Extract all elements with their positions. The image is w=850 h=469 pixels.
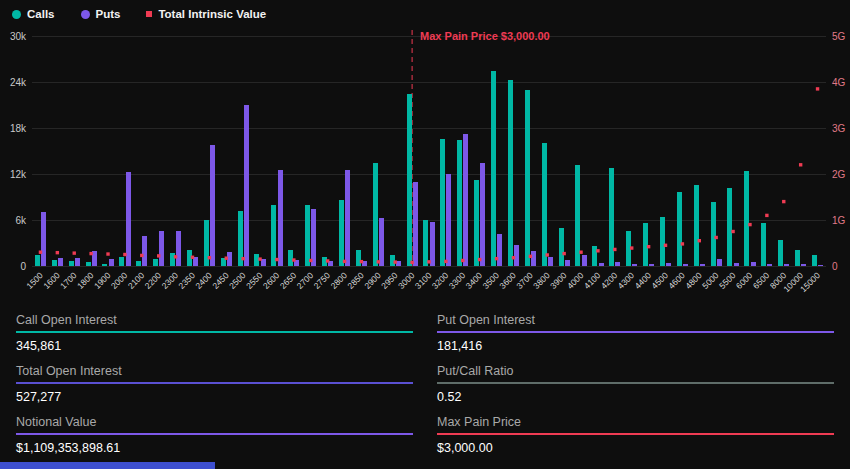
svg-text:3700: 3700 xyxy=(514,270,535,291)
svg-text:0: 0 xyxy=(20,261,26,272)
svg-text:5000: 5000 xyxy=(700,270,721,291)
svg-text:2800: 2800 xyxy=(328,270,349,291)
svg-text:2600: 2600 xyxy=(261,270,282,291)
svg-text:2650: 2650 xyxy=(278,270,299,291)
svg-text:6500: 6500 xyxy=(751,270,772,291)
stat-label: Notional Value xyxy=(16,410,413,433)
stat-max-pain-price: Max Pain Price $3,000.00 xyxy=(437,410,834,461)
svg-text:1900: 1900 xyxy=(92,270,113,291)
horizontal-scrollbar-thumb[interactable] xyxy=(0,462,215,469)
svg-text:1800: 1800 xyxy=(75,270,96,291)
legend-item-total-intrinsic-value[interactable]: Total Intrinsic Value xyxy=(146,8,266,20)
svg-text:1700: 1700 xyxy=(58,270,79,291)
svg-text:2G: 2G xyxy=(832,169,846,180)
svg-text:3500: 3500 xyxy=(481,270,502,291)
svg-text:2350: 2350 xyxy=(176,270,197,291)
svg-text:30k: 30k xyxy=(10,31,27,42)
svg-text:24k: 24k xyxy=(10,77,27,88)
stat-value: $3,000.00 xyxy=(437,435,834,461)
stat-label: Put Open Interest xyxy=(437,308,834,331)
stat-label: Put/Call Ratio xyxy=(437,359,834,382)
svg-text:2100: 2100 xyxy=(126,270,147,291)
svg-text:2500: 2500 xyxy=(227,270,248,291)
svg-text:4400: 4400 xyxy=(633,270,654,291)
svg-text:2700: 2700 xyxy=(295,270,316,291)
options-max-pain-dashboard: Calls Puts Total Intrinsic Value 006k1G1… xyxy=(0,0,850,469)
svg-text:4600: 4600 xyxy=(666,270,687,291)
stat-label: Max Pain Price xyxy=(437,410,834,433)
legend-item-calls[interactable]: Calls xyxy=(12,8,55,20)
svg-text:5G: 5G xyxy=(832,31,846,42)
stat-put-call-ratio: Put/Call Ratio 0.52 xyxy=(437,359,834,410)
chart-legend: Calls Puts Total Intrinsic Value xyxy=(0,0,850,26)
svg-text:4500: 4500 xyxy=(649,270,670,291)
svg-text:4000: 4000 xyxy=(565,270,586,291)
legend-label-calls: Calls xyxy=(27,8,55,20)
svg-text:12k: 12k xyxy=(10,169,27,180)
intrinsic-marker-icon xyxy=(146,11,152,17)
stat-value: 181,416 xyxy=(437,333,834,359)
legend-label-total-intrinsic-value: Total Intrinsic Value xyxy=(158,8,266,20)
puts-marker-icon xyxy=(81,10,90,19)
svg-text:6k: 6k xyxy=(15,215,27,226)
svg-text:4G: 4G xyxy=(832,77,846,88)
stat-label: Total Open Interest xyxy=(16,359,413,382)
svg-text:Max Pain Price $3,000.00: Max Pain Price $3,000.00 xyxy=(420,30,550,42)
svg-text:1600: 1600 xyxy=(41,270,62,291)
svg-text:4800: 4800 xyxy=(683,270,704,291)
svg-text:3800: 3800 xyxy=(531,270,552,291)
stat-value: 345,861 xyxy=(16,333,413,359)
svg-text:2400: 2400 xyxy=(193,270,214,291)
svg-text:2550: 2550 xyxy=(244,270,265,291)
stat-value: $1,109,353,898.61 xyxy=(16,435,413,461)
stat-value: 0.52 xyxy=(437,384,834,410)
svg-text:2000: 2000 xyxy=(109,270,130,291)
svg-text:1G: 1G xyxy=(832,215,846,226)
svg-text:2300: 2300 xyxy=(160,270,181,291)
stat-call-open-interest: Call Open Interest 345,861 xyxy=(16,308,413,359)
svg-text:3100: 3100 xyxy=(413,270,434,291)
svg-text:4300: 4300 xyxy=(616,270,637,291)
svg-text:3000: 3000 xyxy=(396,270,417,291)
svg-text:2450: 2450 xyxy=(210,270,231,291)
svg-text:4200: 4200 xyxy=(599,270,620,291)
svg-text:3600: 3600 xyxy=(497,270,518,291)
svg-text:3300: 3300 xyxy=(447,270,468,291)
calls-marker-icon xyxy=(12,10,21,19)
svg-text:5500: 5500 xyxy=(717,270,738,291)
svg-text:1500: 1500 xyxy=(24,270,45,291)
svg-text:3400: 3400 xyxy=(464,270,485,291)
stat-total-open-interest: Total Open Interest 527,277 xyxy=(16,359,413,410)
svg-text:2850: 2850 xyxy=(345,270,366,291)
stat-notional-value: Notional Value $1,109,353,898.61 xyxy=(16,410,413,461)
open-interest-chart[interactable]: 006k1G12k2G18k3G24k4G30k5GMax Pain Price… xyxy=(0,26,850,306)
svg-text:15000: 15000 xyxy=(798,270,822,294)
stats-panel: Call Open Interest 345,861 Put Open Inte… xyxy=(0,306,850,461)
legend-item-puts[interactable]: Puts xyxy=(81,8,121,20)
stat-label: Call Open Interest xyxy=(16,308,413,331)
svg-text:3G: 3G xyxy=(832,123,846,134)
stat-put-open-interest: Put Open Interest 181,416 xyxy=(437,308,834,359)
chart-canvas[interactable]: 006k1G12k2G18k3G24k4G30k5GMax Pain Price… xyxy=(0,26,850,306)
svg-text:18k: 18k xyxy=(10,123,27,134)
svg-text:2900: 2900 xyxy=(362,270,383,291)
svg-text:0: 0 xyxy=(832,261,838,272)
stat-value: 527,277 xyxy=(16,384,413,410)
svg-text:3200: 3200 xyxy=(430,270,451,291)
svg-text:2950: 2950 xyxy=(379,270,400,291)
svg-text:6000: 6000 xyxy=(734,270,755,291)
legend-label-puts: Puts xyxy=(96,8,121,20)
svg-text:2750: 2750 xyxy=(312,270,333,291)
svg-text:3900: 3900 xyxy=(548,270,569,291)
svg-text:4100: 4100 xyxy=(582,270,603,291)
svg-text:2200: 2200 xyxy=(143,270,164,291)
